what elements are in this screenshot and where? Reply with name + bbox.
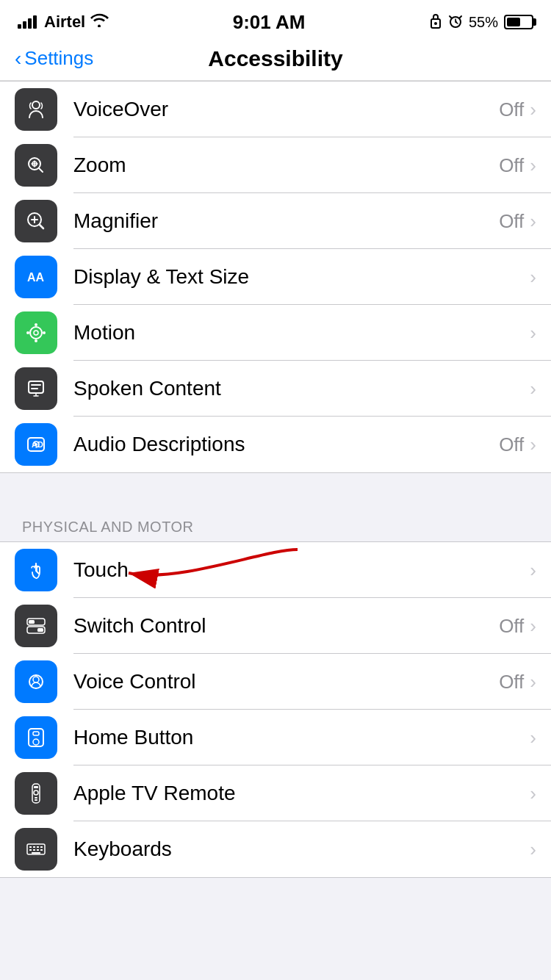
magnifier-item[interactable]: Magnifier Off ›: [0, 193, 551, 249]
svg-rect-39: [33, 849, 35, 851]
back-button[interactable]: ‹ Settings: [15, 47, 93, 70]
svg-point-10: [35, 323, 37, 326]
svg-point-12: [26, 331, 29, 334]
signal-bars-icon: [18, 15, 37, 29]
svg-rect-31: [35, 797, 37, 799]
display-text-chevron-icon: ›: [530, 266, 536, 289]
svg-rect-37: [40, 846, 43, 848]
voiceover-item[interactable]: VoiceOver Off ›: [0, 82, 551, 137]
vision-section: VoiceOver Off › Zoom Off: [0, 81, 551, 473]
svg-rect-21: [29, 620, 35, 624]
zoom-item[interactable]: Zoom Off ›: [0, 137, 551, 193]
magnifier-content: Magnifier Off ›: [73, 209, 536, 233]
svg-rect-41: [40, 849, 43, 851]
motion-label: Motion: [73, 321, 135, 345]
zoom-chevron-icon: ›: [530, 154, 536, 177]
status-bar: Airtel 9:01 AM 55%: [0, 0, 551, 40]
spoken-content-right: ›: [530, 378, 536, 400]
magnifier-icon: [15, 200, 57, 242]
switch-control-right: Off ›: [499, 615, 536, 638]
physical-motor-header: PHYSICAL AND MOTOR: [0, 502, 551, 541]
zoom-label: Zoom: [73, 154, 126, 177]
svg-point-13: [43, 331, 46, 334]
display-text-item[interactable]: AA Display & Text Size ›: [0, 249, 551, 305]
svg-rect-35: [33, 846, 35, 848]
svg-rect-38: [29, 849, 32, 851]
home-button-chevron-icon: ›: [530, 727, 536, 749]
zoom-icon: [15, 144, 57, 187]
alarm-icon: [448, 12, 463, 32]
touch-label: Touch: [73, 558, 129, 582]
svg-point-30: [34, 790, 38, 795]
voice-control-value: Off: [499, 671, 524, 693]
svg-point-26: [33, 739, 39, 745]
nav-header: ‹ Settings Accessibility: [0, 40, 551, 81]
apple-tv-remote-chevron-icon: ›: [530, 782, 536, 805]
voiceover-content: VoiceOver Off ›: [73, 98, 536, 121]
magnifier-right: Off ›: [499, 210, 536, 233]
physical-motor-list: Touch ›: [0, 541, 551, 878]
wifi-icon: [90, 12, 109, 32]
svg-text:AD: AD: [32, 440, 43, 449]
keyboards-chevron-icon: ›: [530, 838, 536, 861]
home-button-right: ›: [530, 727, 536, 749]
voice-control-right: Off ›: [499, 671, 536, 693]
keyboards-right: ›: [530, 838, 536, 861]
back-label: Settings: [24, 47, 93, 70]
display-text-right: ›: [530, 266, 536, 289]
status-right: 55%: [429, 12, 533, 32]
voice-control-item[interactable]: Voice Control Off ›: [0, 654, 551, 710]
spoken-content-item[interactable]: Spoken Content ›: [0, 361, 551, 417]
motion-item[interactable]: Motion ›: [0, 305, 551, 361]
apple-tv-remote-right: ›: [530, 782, 536, 805]
svg-rect-22: [37, 628, 43, 632]
home-button-item[interactable]: Home Button ›: [0, 710, 551, 765]
audio-desc-content: Audio Descriptions Off ›: [73, 433, 536, 456]
voiceover-right: Off ›: [499, 98, 536, 121]
touch-chevron-icon: ›: [530, 559, 536, 582]
battery-percent: 55%: [469, 14, 498, 31]
display-text-content: Display & Text Size ›: [73, 265, 536, 289]
voiceover-chevron-icon: ›: [530, 98, 536, 121]
keyboards-content: Keyboards ›: [73, 837, 536, 861]
svg-rect-36: [37, 846, 39, 848]
switch-control-content: Switch Control Off ›: [73, 614, 536, 638]
zoom-content: Zoom Off ›: [73, 154, 536, 177]
keyboards-icon: [15, 828, 57, 871]
physical-motor-section: PHYSICAL AND MOTOR Touch ›: [0, 502, 551, 878]
svg-point-11: [35, 339, 37, 342]
switch-control-item[interactable]: Switch Control Off ›: [0, 598, 551, 654]
svg-point-3: [32, 101, 40, 109]
svg-rect-42: [32, 852, 40, 854]
voice-control-icon: [15, 660, 57, 703]
zoom-value: Off: [499, 154, 524, 177]
motion-chevron-icon: ›: [530, 322, 536, 345]
page-title: Accessibility: [208, 46, 342, 71]
spoken-content-chevron-icon: ›: [530, 378, 536, 400]
apple-tv-remote-label: Apple TV Remote: [73, 782, 236, 805]
apple-tv-remote-icon: [15, 772, 57, 815]
motion-right: ›: [530, 322, 536, 345]
magnifier-value: Off: [499, 210, 524, 233]
magnifier-label: Magnifier: [73, 209, 158, 233]
status-time: 9:01 AM: [233, 11, 306, 34]
audio-descriptions-item[interactable]: AD Audio Descriptions Off ›: [0, 417, 551, 472]
switch-control-value: Off: [499, 615, 524, 638]
apple-tv-remote-item[interactable]: Apple TV Remote ›: [0, 765, 551, 821]
vision-list: VoiceOver Off › Zoom Off: [0, 81, 551, 473]
touch-item[interactable]: Touch ›: [0, 542, 551, 598]
voiceover-value: Off: [499, 98, 524, 121]
switch-control-icon: [15, 605, 57, 647]
svg-rect-40: [37, 849, 39, 851]
voice-control-content: Voice Control Off ›: [73, 670, 536, 693]
audio-desc-chevron-icon: ›: [530, 433, 536, 456]
zoom-right: Off ›: [499, 154, 536, 177]
svg-rect-34: [29, 846, 32, 848]
svg-rect-29: [34, 786, 38, 788]
svg-point-9: [34, 331, 38, 335]
spoken-content-icon: [15, 367, 57, 410]
keyboards-item[interactable]: Keyboards ›: [0, 821, 551, 877]
switch-control-chevron-icon: ›: [530, 615, 536, 638]
voiceover-label: VoiceOver: [73, 98, 168, 121]
spoken-content-content: Spoken Content ›: [73, 377, 536, 400]
